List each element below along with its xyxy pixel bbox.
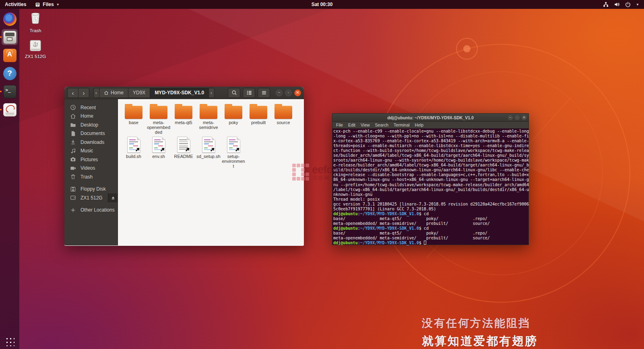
running-indicator [0, 36, 2, 38]
terminal-menu-search[interactable]: Search [375, 123, 388, 127]
sidebar-item-label: Videos [80, 165, 95, 171]
maximize-button[interactable]: ▫ [515, 115, 520, 120]
sidebar-item-label: Documents [80, 131, 105, 136]
sidebar-item-downloads[interactable]: Downloads [64, 138, 118, 147]
breadcrumb-parent[interactable]: YD9X [128, 88, 150, 98]
folder-item-base[interactable]: base [121, 101, 146, 135]
path-scroll-left-button[interactable]: ‹ [93, 88, 99, 98]
menu-button[interactable] [258, 88, 270, 98]
home-icon [70, 113, 76, 119]
activities-button[interactable]: Activities [0, 0, 31, 9]
terminal-menu-view[interactable]: View [361, 123, 370, 127]
pictures-icon [70, 156, 76, 162]
dock-item-help[interactable] [2, 65, 18, 81]
file-label: source [277, 120, 290, 125]
plus-icon [70, 207, 76, 213]
close-button[interactable]: ✕ [294, 89, 301, 96]
terminal-line: sroots/aarch64-linux-gnu --with-sysroot=… [333, 158, 528, 163]
terminal-line: 5c0eeb7f91977701] (Linaro GCC 7.3-2018.0… [333, 207, 528, 212]
files-icon [3, 31, 17, 44]
file-label: base [129, 120, 138, 125]
sidebar-item-videos[interactable]: Videos [64, 164, 118, 173]
terminal-output[interactable]: cxx-pch --enable-c99 --enable-clocale=gn… [332, 129, 528, 245]
files-header-bar: ‹ › ‹ Home YD9X MYD-YD9X-SDK_V1.0 › [64, 87, 304, 99]
system-tray[interactable]: ▼ [603, 0, 644, 9]
search-button[interactable] [228, 88, 240, 98]
dock-item-files[interactable] [2, 29, 18, 45]
file-item-env-sh[interactable]: env.sh [146, 135, 171, 168]
terminal-icon [3, 85, 17, 98]
file-label: README [174, 154, 193, 159]
minimize-button[interactable]: − [276, 89, 283, 96]
maximize-button[interactable]: ▫ [285, 89, 292, 96]
show-applications-button[interactable] [5, 337, 14, 346]
volume-icon [614, 2, 620, 7]
terminal-line: base/ meta-qt5/ poky/ .repo/ [333, 231, 528, 236]
dock-item-firefox[interactable] [2, 11, 18, 27]
dock-item-software[interactable] [2, 47, 18, 63]
file-item-sd-setup-sh[interactable]: sd_setup.sh [196, 135, 221, 168]
folder-icon [200, 106, 217, 119]
sidebar-item-recent[interactable]: Recent [64, 103, 118, 112]
sidebar-item-other-locations[interactable]: Other Locations [64, 206, 118, 215]
sidebar-item-trash[interactable]: Trash [64, 172, 118, 181]
terminal-title-bar[interactable]: ddj@ubuntu: ~/YD9X/MYD-YD9X-SDK_V1.0 − ▫… [332, 114, 528, 122]
folder-item-meta-openembedded[interactable]: meta-openembedded [146, 101, 171, 135]
app-menu-files[interactable]: Files ▼ [31, 0, 63, 9]
home-icon [104, 90, 109, 95]
close-button[interactable]: ✕ [522, 115, 526, 120]
sidebar-item-home[interactable]: Home [64, 112, 118, 121]
terminal-line: gcc version 7.3.1 20180425 [linaro-7.3-2… [333, 202, 528, 207]
desktop-icon-trash[interactable]: Trash [24, 10, 47, 33]
sidebar-item-label: Downloads [80, 139, 104, 145]
back-button[interactable]: ‹ [67, 88, 78, 98]
folder-item-poky[interactable]: poky [221, 101, 246, 135]
file-item-readme[interactable]: README [171, 135, 196, 168]
minimize-button[interactable]: − [508, 115, 513, 120]
terminal-line: ddj@ubuntu:~/YD9X/MYD-YD9X-SDK_V1.0$ [333, 241, 528, 245]
files-sidebar: RecentHomeDesktopDocumentsDownloadsMusic… [64, 99, 118, 245]
sidebar-item-floppy-disk[interactable]: Floppy Disk [64, 185, 118, 194]
sidebar-item-zx1-512g[interactable]: ZX1 512G [64, 193, 118, 202]
sidebar-item-desktop[interactable]: Desktop [64, 120, 118, 129]
running-indicator [0, 91, 2, 92]
desktop-icon-label: Trash [30, 28, 41, 33]
folder-icon [250, 106, 267, 119]
sidebar-item-music[interactable]: Music [64, 147, 118, 156]
breadcrumb-current[interactable]: MYD-YD9X-SDK_V1.0 [150, 88, 209, 98]
folder-item-prebuilt[interactable]: prebuilt [246, 101, 271, 135]
desktop-icon-usb-drive[interactable]: ZX1 512G [24, 39, 47, 59]
terminal-line: /label/tcwg-x86_64-build/target/aarch64-… [333, 187, 528, 192]
breadcrumb-home[interactable]: Home [99, 88, 128, 98]
file-item-setup-environment[interactable]: setup-environment [221, 135, 246, 168]
terminal-menu-bar: FileEditViewSearchTerminalHelp [332, 122, 528, 129]
terminal-menu-file[interactable]: File [336, 123, 343, 127]
trash-icon [70, 174, 76, 180]
dock [0, 9, 19, 349]
sidebar-item-label: Pictures [80, 157, 98, 162]
terminal-menu-help[interactable]: Help [415, 123, 424, 127]
terminal-menu-edit[interactable]: Edit [348, 123, 355, 127]
terminal-menu-terminal[interactable]: Terminal [394, 123, 410, 127]
dock-item-terminal[interactable] [2, 83, 18, 100]
terminal-line: ct-function --with-build-sysroot=/home/t… [333, 148, 528, 153]
breadcrumb-label: MYD-YD9X-SDK_V1.0 [155, 90, 204, 96]
dock-item-docapp[interactable] [2, 102, 18, 118]
file-item-build-sh[interactable]: build.sh [121, 135, 146, 168]
forward-button[interactable]: › [78, 88, 89, 98]
folder-item-meta-semidrive[interactable]: meta-semidrive [196, 101, 221, 135]
terminal-window: ddj@ubuntu: ~/YD9X/MYD-YD9X-SDK_V1.0 − ▫… [332, 113, 529, 245]
sidebar-item-pictures[interactable]: Pictures [64, 155, 118, 164]
terminal-line: se/builder_arch/amd64/label/tcwg-x86_64-… [333, 153, 528, 158]
file-label: meta-openembedded [147, 120, 171, 135]
file-content-lines [154, 139, 163, 150]
file-label: setup-environment [221, 154, 246, 168]
view-toggle-button[interactable] [243, 88, 255, 98]
path-bar: ‹ Home YD9X MYD-YD9X-SDK_V1.0 › [94, 88, 215, 98]
clock[interactable]: Sat 00:30 [312, 2, 333, 7]
folder-item-source[interactable]: source [271, 101, 296, 135]
folder-item-meta-qt5[interactable]: meta-qt5 [171, 101, 196, 135]
eject-button[interactable] [108, 193, 118, 202]
path-scroll-right-button[interactable]: › [208, 88, 215, 98]
sidebar-item-documents[interactable]: Documents [64, 129, 118, 138]
